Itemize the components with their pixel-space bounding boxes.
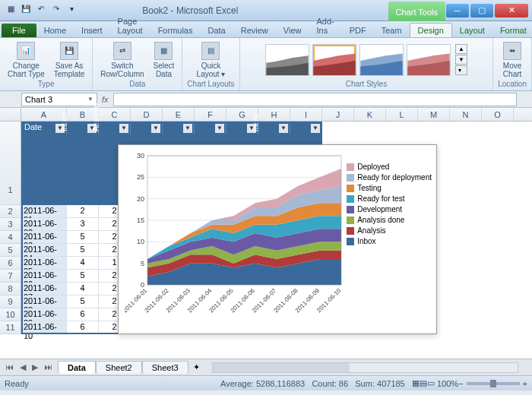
move-chart-button[interactable]: ⬌Move Chart: [500, 40, 524, 80]
cell[interactable]: 2011-06-02: [21, 218, 67, 231]
name-box[interactable]: Chart 3▼: [21, 93, 97, 106]
cell[interactable]: 4: [67, 257, 99, 270]
styles-scroll-up[interactable]: ▲: [455, 44, 467, 54]
chart-styles-gallery[interactable]: ▲▼▾: [265, 40, 467, 80]
col-header[interactable]: L: [386, 108, 418, 121]
tab-layout[interactable]: Layout: [452, 24, 492, 37]
header-col[interactable]: ▼: [131, 122, 163, 134]
col-header[interactable]: N: [450, 108, 482, 121]
chart-style-1[interactable]: [265, 44, 309, 76]
tab-pdf[interactable]: PDF: [342, 24, 374, 37]
col-header[interactable]: F: [195, 108, 226, 121]
cell[interactable]: 4: [67, 283, 99, 295]
cell[interactable]: 3: [67, 218, 99, 231]
tab-file[interactable]: File: [2, 24, 36, 37]
row-header[interactable]: 11: [0, 321, 21, 334]
col-header[interactable]: H: [258, 108, 290, 121]
legend-item[interactable]: Analysis: [347, 226, 432, 235]
col-header[interactable]: C: [99, 108, 131, 121]
minimize-button[interactable]: ─: [446, 4, 469, 17]
tab-format[interactable]: Format: [492, 24, 532, 37]
header-analysis[interactable]: Analysis▼: [99, 122, 131, 134]
switch-row-column-button[interactable]: ⇄Switch Row/Column: [97, 40, 147, 80]
legend-item[interactable]: Ready for test: [347, 194, 432, 203]
cell[interactable]: 6: [67, 321, 99, 334]
row-header[interactable]: 8: [0, 283, 21, 295]
save-template-button[interactable]: 💾Save As Template: [51, 40, 88, 80]
chart-style-2[interactable]: [312, 44, 356, 76]
change-chart-type-button[interactable]: 📊Change Chart Type: [5, 40, 48, 80]
sheet-nav-prev-icon[interactable]: ◀: [17, 362, 28, 372]
cell[interactable]: 2011-06-07: [21, 283, 67, 295]
col-header[interactable]: I: [290, 108, 322, 121]
header-col[interactable]: ▼: [195, 122, 226, 134]
row-header[interactable]: 1: [0, 122, 21, 205]
cell[interactable]: 5: [67, 295, 99, 308]
filter-dropdown-icon[interactable]: ▼: [311, 124, 320, 133]
cell[interactable]: 2011-06-09: [21, 308, 67, 321]
filter-dropdown-icon[interactable]: ▼: [279, 124, 288, 133]
styles-more[interactable]: ▾: [455, 65, 467, 75]
row-header[interactable]: 9: [0, 295, 21, 308]
cell[interactable]: 2011-06-05: [21, 257, 67, 270]
tab-review[interactable]: Review: [233, 24, 276, 37]
cell[interactable]: 5: [67, 270, 99, 283]
row-header[interactable]: 6: [0, 257, 21, 270]
legend-item[interactable]: Deployed: [347, 163, 432, 171]
close-button[interactable]: ✕: [495, 4, 528, 17]
legend-item[interactable]: Testing: [347, 184, 432, 192]
maximize-button[interactable]: ▢: [470, 4, 493, 17]
col-header[interactable]: O: [482, 108, 514, 121]
row-header[interactable]: 2: [0, 205, 21, 218]
tab-team[interactable]: Team: [374, 24, 410, 37]
horizontal-scrollbar[interactable]: [212, 362, 518, 373]
embedded-chart[interactable]: 0510152025302011-06-012011-06-022011-06-…: [118, 144, 437, 334]
col-header[interactable]: D: [131, 108, 163, 121]
cell[interactable]: 6: [67, 308, 99, 321]
sheet-tab-data[interactable]: Data: [58, 361, 96, 374]
row-header[interactable]: 4: [0, 231, 21, 244]
sheet-nav-first-icon[interactable]: ⏮: [3, 362, 16, 372]
row-header[interactable]: 5: [0, 244, 21, 257]
cell[interactable]: 2011-06-08: [21, 295, 67, 308]
filter-dropdown-icon[interactable]: ▼: [119, 124, 128, 133]
qat-dropdown-icon[interactable]: ▾: [65, 2, 78, 14]
cell[interactable]: 2011-06-10: [21, 321, 67, 334]
filter-dropdown-icon[interactable]: ▼: [183, 124, 192, 133]
quick-layout-button[interactable]: ▤Quick Layout ▾: [194, 40, 229, 80]
header-col[interactable]: ▼: [163, 122, 195, 134]
worksheet-area[interactable]: A B C D E F G H I J K L M N O 1 23456789…: [0, 108, 532, 359]
col-header[interactable]: M: [418, 108, 450, 121]
cell[interactable]: 2011-06-06: [21, 270, 67, 283]
filter-dropdown-icon[interactable]: ▼: [151, 124, 160, 133]
col-header[interactable]: K: [354, 108, 386, 121]
chart-legend[interactable]: DeployedReady for deploymentTestingReady…: [347, 160, 432, 248]
tab-view[interactable]: View: [276, 24, 309, 37]
chart-plot-area[interactable]: 0510152025302011-06-012011-06-022011-06-…: [125, 148, 345, 330]
select-all-corner[interactable]: [0, 108, 21, 121]
tab-home[interactable]: Home: [36, 24, 74, 37]
cell[interactable]: 2011-06-01: [21, 205, 67, 218]
cell[interactable]: 2011-06-03: [21, 231, 67, 244]
tab-page-layout[interactable]: Page Layout: [110, 14, 150, 37]
zoom-out-icon[interactable]: −: [458, 379, 463, 388]
legend-item[interactable]: Development: [347, 205, 432, 213]
sheet-tab-sheet2[interactable]: Sheet2: [96, 361, 142, 374]
styles-scroll-down[interactable]: ▼: [455, 55, 467, 65]
header-col[interactable]: ment▼: [258, 122, 290, 134]
tab-insert[interactable]: Insert: [74, 24, 110, 37]
sheet-nav-next-icon[interactable]: ▶: [30, 362, 40, 372]
cell[interactable]: 2: [67, 205, 99, 218]
col-header[interactable]: E: [163, 108, 195, 121]
select-data-button[interactable]: ▦Select Data: [150, 40, 178, 80]
sheet-tab-sheet3[interactable]: Sheet3: [142, 361, 188, 374]
undo-icon[interactable]: ↶: [35, 2, 47, 14]
fx-icon[interactable]: fx: [102, 95, 109, 104]
chart-style-3[interactable]: [359, 44, 404, 76]
cell[interactable]: 5: [67, 244, 99, 257]
zoom-level[interactable]: 100%: [437, 379, 458, 388]
view-normal-icon[interactable]: ▦: [412, 378, 420, 388]
zoom-slider[interactable]: − +: [458, 379, 527, 388]
namebox-dropdown-icon[interactable]: ▼: [87, 96, 93, 103]
tab-addins[interactable]: Add-Ins: [309, 14, 341, 37]
